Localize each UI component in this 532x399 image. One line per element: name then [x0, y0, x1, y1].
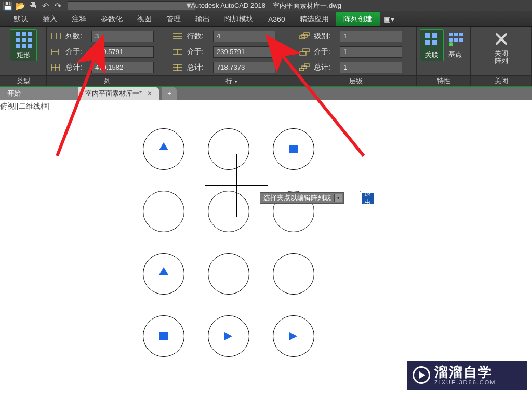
rectangular-array-icon	[15, 31, 32, 48]
basepoint-button[interactable]: 基点	[444, 29, 467, 60]
svg-rect-33	[303, 49, 309, 52]
grip-triangle-right[interactable]	[289, 332, 297, 340]
tab-default[interactable]: 默认	[6, 12, 35, 26]
tab-close-icon[interactable]: ✕	[147, 90, 152, 97]
panel-close: 关闭 阵列 关闭	[471, 27, 532, 86]
exit-option[interactable]: 退出	[362, 193, 374, 204]
array-item[interactable]	[273, 253, 314, 295]
columns-between-input[interactable]	[91, 46, 154, 58]
svg-rect-8	[28, 44, 32, 48]
svg-rect-5	[28, 38, 32, 42]
svg-rect-42	[454, 33, 458, 36]
tab-view[interactable]: 视图	[130, 12, 159, 26]
watermark-url: ZIXUE.3D66.COM	[434, 379, 496, 385]
tab-a360[interactable]: A360	[261, 12, 292, 26]
panel-type: 矩形 类型	[0, 27, 47, 86]
columns-count-icon	[50, 31, 62, 42]
document-tabs: 开始 室内平面素材库一* ✕ +	[0, 87, 532, 100]
array-item[interactable]	[208, 253, 249, 295]
drawing-canvas[interactable]: 俯视][二维线框] 选择夹点以编辑阵列或 ▾ 退出 溜溜自学 ZIXUE.3D6…	[0, 100, 532, 399]
dynamic-input-tooltip: 选择夹点以编辑阵列或 ▾	[260, 192, 344, 204]
levels-total-label: 总计:	[314, 63, 337, 72]
tab-insert[interactable]: 插入	[35, 12, 64, 26]
levels-between-icon	[298, 47, 311, 57]
columns-count-input[interactable]	[91, 31, 154, 42]
panel-levels: 级别: 介于: 总计: 层级	[295, 27, 417, 86]
array-item[interactable]	[143, 191, 184, 232]
columns-total-input[interactable]	[91, 62, 154, 73]
svg-rect-4	[22, 38, 26, 42]
basepoint-label: 基点	[448, 50, 462, 59]
svg-rect-41	[449, 33, 453, 36]
svg-rect-3	[16, 38, 20, 42]
panel-rows-label[interactable]: 行 ▾	[168, 75, 295, 86]
svg-rect-39	[425, 40, 430, 45]
svg-rect-0	[16, 32, 20, 36]
tab-start[interactable]: 开始	[0, 87, 78, 100]
qat-save-icon[interactable]: 💾	[3, 1, 12, 10]
columns-total-label: 总计:	[65, 63, 88, 72]
grip-square[interactable]	[159, 332, 168, 340]
panel-close-label: 关闭	[471, 75, 531, 86]
array-rectangular-button[interactable]: 矩形	[10, 29, 37, 61]
columns-total-icon	[50, 62, 62, 73]
play-icon	[413, 366, 430, 384]
rows-total-input[interactable]	[213, 62, 275, 73]
svg-rect-38	[432, 33, 437, 38]
array-item[interactable]	[208, 191, 249, 232]
rows-count-input[interactable]	[213, 31, 275, 42]
tab-document-label: 室内平面素材库一*	[85, 89, 142, 98]
svg-rect-2	[28, 32, 32, 36]
columns-between-icon	[50, 47, 62, 57]
tab-output[interactable]: 输出	[188, 12, 217, 26]
panel-type-label: 类型	[0, 75, 46, 86]
tab-annotate[interactable]: 注释	[64, 12, 94, 26]
qat-workspace-dropdown[interactable]: ▼	[68, 1, 195, 10]
tab-new-button[interactable]: +	[162, 87, 177, 100]
levels-total-input[interactable]	[340, 62, 402, 73]
grip-square[interactable]	[289, 145, 298, 153]
rows-between-label: 介于:	[187, 47, 210, 57]
close-array-label: 关闭 阵列	[495, 50, 508, 65]
array-item[interactable]	[208, 128, 249, 170]
tab-featured[interactable]: 精选应用	[292, 12, 336, 26]
associative-button[interactable]: 关联	[420, 29, 444, 61]
grip-triangle-up[interactable]	[159, 267, 168, 275]
grip-triangle-up[interactable]	[159, 142, 168, 150]
viewport-label[interactable]: 俯视][二维线框]	[0, 102, 50, 111]
exit-option-wrap: 退出	[360, 191, 363, 194]
levels-count-input[interactable]	[340, 31, 402, 42]
quick-access-toolbar: 💾 📂 🖶 ↶ ↷ ▼ Autodesk AutoCAD 2018 室内平面素材…	[0, 0, 532, 11]
tab-addins[interactable]: 附加模块	[217, 12, 261, 26]
tab-array-create[interactable]: 阵列创建	[336, 12, 380, 26]
levels-total-icon	[298, 62, 311, 73]
panel-levels-label: 层级	[295, 75, 416, 86]
close-array-button[interactable]: 关闭 阵列	[487, 29, 516, 66]
ribbon: 矩形 类型 列数: 介于: 总计:	[0, 27, 532, 87]
ribbon-tabs: 默认 插入 注释 参数化 视图 管理 输出 附加模块 A360 精选应用 阵列创…	[0, 11, 532, 27]
columns-count-label: 列数:	[65, 32, 88, 41]
qat-print-icon[interactable]: 🖶	[28, 1, 37, 10]
qat-open-icon[interactable]: 📂	[16, 1, 25, 10]
tooltip-text: 选择夹点以编辑阵列或	[263, 193, 331, 203]
close-icon	[493, 30, 510, 48]
rows-total-label: 总计:	[187, 63, 210, 72]
panel-rows: 行数: 介于: 总计: 行 ▾	[168, 27, 295, 86]
grip-triangle-right[interactable]	[224, 332, 232, 340]
tab-options-icon[interactable]: ▣▾	[380, 12, 398, 26]
panel-columns-label: 列	[47, 75, 168, 86]
levels-between-input[interactable]	[340, 46, 402, 58]
qat-undo-icon[interactable]: ↶	[41, 1, 50, 10]
plus-icon: +	[167, 89, 171, 97]
tab-document-active[interactable]: 室内平面素材库一* ✕	[78, 87, 159, 100]
svg-rect-32	[300, 52, 306, 55]
tab-parametric[interactable]: 参数化	[94, 12, 130, 26]
tooltip-dropdown-icon[interactable]: ▾	[334, 194, 342, 202]
qat-redo-icon[interactable]: ↷	[53, 1, 62, 10]
tab-manage[interactable]: 管理	[159, 12, 188, 26]
levels-between-label: 介于:	[314, 47, 337, 57]
basepoint-icon	[446, 30, 464, 48]
rows-between-input[interactable]	[213, 46, 275, 58]
associative-icon	[423, 31, 441, 48]
rows-total-icon	[171, 62, 184, 73]
